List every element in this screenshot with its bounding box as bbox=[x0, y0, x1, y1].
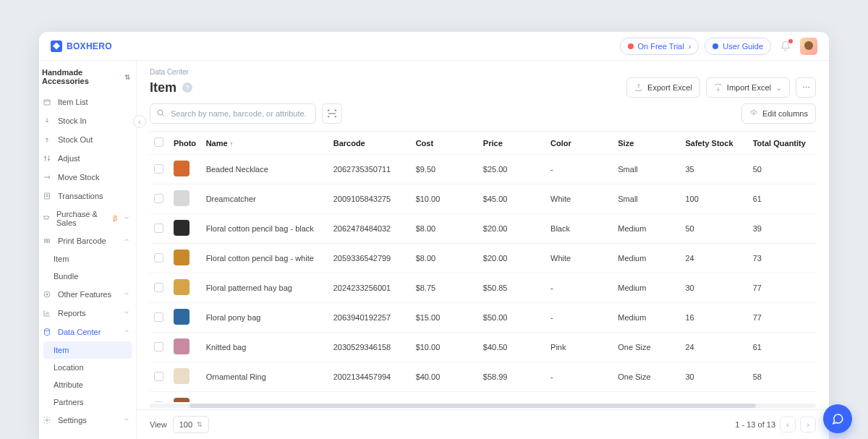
table-row[interactable]: Floral pony bag 2063940192257 $15.00 $50… bbox=[150, 303, 816, 333]
sidebar-item-stock-in[interactable]: Stock In bbox=[39, 111, 136, 130]
trial-pill[interactable]: On Free Trial › bbox=[620, 38, 699, 55]
table-row[interactable]: Knitted bag 2030529346158 $10.00 $40.50 … bbox=[150, 333, 816, 362]
more-button[interactable]: ⋯ bbox=[796, 77, 816, 98]
sidebar-item-stock-out[interactable]: Stock Out bbox=[39, 130, 136, 149]
cell-total-qty: 77 bbox=[749, 303, 816, 333]
item-thumbnail bbox=[174, 398, 190, 402]
chevron-down-icon: ⌄ bbox=[775, 83, 782, 93]
avatar[interactable] bbox=[800, 38, 817, 55]
row-checkbox[interactable] bbox=[154, 164, 163, 174]
col-cost[interactable]: Cost bbox=[412, 132, 479, 155]
team-switcher[interactable]: Handmade Accessories ⇅ bbox=[39, 68, 136, 93]
adjust-icon bbox=[42, 153, 52, 163]
select-all-checkbox[interactable] bbox=[154, 137, 163, 147]
cell-price: $20.00 bbox=[479, 244, 546, 273]
gear-icon bbox=[42, 415, 52, 425]
sidebar-item-label: Settings bbox=[58, 416, 87, 425]
table-footer: View 100 ⇅ 1 - 13 of 13 ‹ › bbox=[137, 409, 829, 439]
sidebar-item-dc-location[interactable]: Location bbox=[43, 359, 132, 376]
cell-size: Small bbox=[613, 155, 681, 184]
guide-pill[interactable]: User Guide bbox=[705, 38, 771, 55]
cell-safety-stock: 50 bbox=[681, 214, 749, 244]
sidebar-item-pb-bundle[interactable]: Bundle bbox=[43, 268, 132, 285]
cell-price: $45.80 bbox=[479, 392, 546, 403]
page-header: Item ? Export Excel Import Excel ⌄ ⋯ bbox=[137, 76, 829, 103]
edit-columns-button[interactable]: Edit columns bbox=[741, 103, 816, 124]
sidebar-item-data-center[interactable]: Data Center bbox=[39, 323, 136, 341]
table-row[interactable]: Ornamental Ring 2002134457994 $40.00 $58… bbox=[150, 362, 816, 392]
sidebar-item-other-features[interactable]: Other Features bbox=[39, 285, 136, 304]
row-checkbox[interactable] bbox=[154, 312, 163, 322]
table-row[interactable]: Beaded Necklace 2062735350711 $9.50 $25.… bbox=[150, 155, 816, 184]
col-total-qty[interactable]: Total Quantity bbox=[749, 132, 816, 155]
cell-color: - bbox=[546, 392, 613, 403]
search-input[interactable] bbox=[150, 103, 316, 124]
beta-flag: β bbox=[114, 215, 117, 222]
nav: Item List Stock In Stock Out Adjust Move… bbox=[39, 93, 136, 430]
sidebar-item-pb-item[interactable]: Item bbox=[43, 250, 132, 268]
alert-dot-icon bbox=[628, 43, 634, 49]
cell-cost: $10.00 bbox=[412, 184, 479, 214]
sidebar-item-print-barcode[interactable]: Print Barcode bbox=[39, 231, 136, 250]
sidebar-item-dc-attribute[interactable]: Attribute bbox=[43, 376, 132, 393]
sidebar-item-adjust[interactable]: Adjust bbox=[39, 149, 136, 168]
col-photo[interactable]: Photo bbox=[169, 132, 202, 155]
col-safety-stock[interactable]: Safety Stock bbox=[681, 132, 749, 155]
table-row[interactable]: Owl pouch 2070686246106 $9.50 $45.80 - S… bbox=[150, 392, 816, 403]
notifications-button[interactable] bbox=[780, 41, 791, 52]
item-thumbnail bbox=[174, 250, 190, 265]
row-checkbox[interactable] bbox=[154, 372, 163, 381]
table-body: Beaded Necklace 2062735350711 $9.50 $25.… bbox=[150, 155, 816, 403]
sidebar-item-move-stock[interactable]: Move Stock bbox=[39, 168, 136, 187]
help-icon[interactable]: ? bbox=[182, 82, 192, 93]
row-checkbox[interactable] bbox=[154, 401, 163, 403]
cell-barcode: 2002134457994 bbox=[329, 362, 412, 392]
chat-fab[interactable] bbox=[823, 404, 852, 433]
down-icon bbox=[42, 116, 52, 126]
col-barcode[interactable]: Barcode bbox=[329, 132, 412, 155]
next-page-button[interactable]: › bbox=[800, 417, 816, 432]
col-name[interactable]: Name ↑ bbox=[202, 132, 329, 155]
col-size[interactable]: Size bbox=[613, 132, 681, 155]
cell-cost: $40.00 bbox=[412, 362, 479, 392]
table-row[interactable]: Floral cotton pencil bag - black 2062478… bbox=[150, 214, 816, 244]
table-h-scrollbar[interactable] bbox=[150, 404, 816, 408]
sidebar-item-label: Purchase & Sales bbox=[56, 210, 105, 227]
sidebar-item-label: Item List bbox=[58, 98, 88, 106]
sidebar-item-dc-partners[interactable]: Partners bbox=[43, 393, 132, 411]
table-scroll[interactable]: Photo Name ↑ Barcode Cost Price Color Si… bbox=[150, 131, 816, 402]
col-name-label: Name bbox=[206, 139, 228, 148]
svg-rect-1 bbox=[45, 193, 50, 199]
sidebar-item-reports[interactable]: Reports bbox=[39, 304, 136, 323]
item-thumbnail bbox=[174, 190, 190, 206]
sidebar-item-item-list[interactable]: Item List bbox=[39, 93, 136, 111]
row-checkbox[interactable] bbox=[154, 223, 163, 233]
page-size-select[interactable]: 100 ⇅ bbox=[173, 416, 209, 433]
scan-button[interactable] bbox=[322, 103, 342, 124]
table-row[interactable]: Floral cotton pencil bag - white 2059336… bbox=[150, 244, 816, 273]
row-checkbox[interactable] bbox=[154, 253, 163, 263]
pager: 1 - 13 of 13 ‹ › bbox=[735, 417, 816, 432]
sidebar-item-transactions[interactable]: Transactions bbox=[39, 187, 136, 205]
prev-page-button[interactable]: ‹ bbox=[780, 417, 796, 432]
table-row[interactable]: Floral patterned hay bag 2024233256001 $… bbox=[150, 273, 816, 303]
import-excel-button[interactable]: Import Excel ⌄ bbox=[706, 77, 790, 98]
export-excel-button[interactable]: Export Excel bbox=[626, 77, 700, 98]
item-thumbnail bbox=[174, 338, 190, 354]
collapse-sidebar-button[interactable]: ‹ bbox=[133, 115, 146, 128]
sidebar-item-settings[interactable]: Settings bbox=[39, 411, 136, 430]
sidebar-item-purchase-sales[interactable]: Purchase & Sales β bbox=[39, 205, 136, 231]
sidebar: Handmade Accessories ⇅ Item List Stock I… bbox=[39, 61, 137, 439]
cell-total-qty: 61 bbox=[749, 392, 816, 403]
cell-cost: $9.50 bbox=[412, 155, 479, 184]
cell-cost: $10.00 bbox=[412, 333, 479, 362]
col-price[interactable]: Price bbox=[479, 132, 546, 155]
col-color[interactable]: Color bbox=[546, 132, 613, 155]
row-checkbox[interactable] bbox=[154, 194, 163, 203]
item-thumbnail bbox=[174, 161, 190, 176]
table-row[interactable]: Dreamcatcher 2009105843275 $10.00 $45.00… bbox=[150, 184, 816, 214]
row-checkbox[interactable] bbox=[154, 342, 163, 351]
sidebar-item-dc-item[interactable]: Item bbox=[43, 341, 132, 359]
row-checkbox[interactable] bbox=[154, 283, 163, 292]
brand[interactable]: BOXHERO bbox=[51, 41, 112, 52]
